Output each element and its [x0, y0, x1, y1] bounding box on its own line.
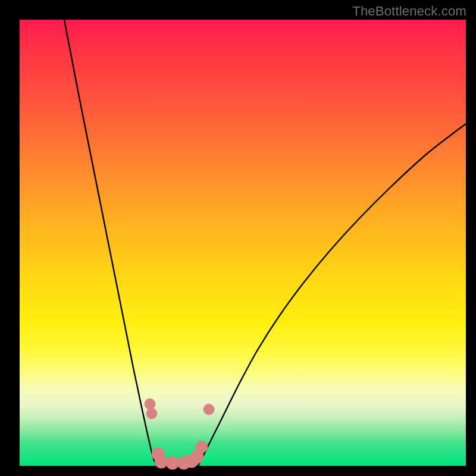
curve-left-branch [64, 20, 156, 466]
marker-dot [203, 404, 214, 415]
curve-layer [20, 20, 466, 466]
chart-frame: TheBottleneck.com [0, 0, 476, 476]
marker-dot [146, 408, 157, 419]
marker-dot [196, 441, 208, 453]
marker-dot [145, 399, 155, 409]
marker-group [145, 399, 214, 469]
watermark-text: TheBottleneck.com [352, 4, 466, 19]
plot-area [20, 20, 466, 466]
curve-right-branch [198, 124, 466, 466]
